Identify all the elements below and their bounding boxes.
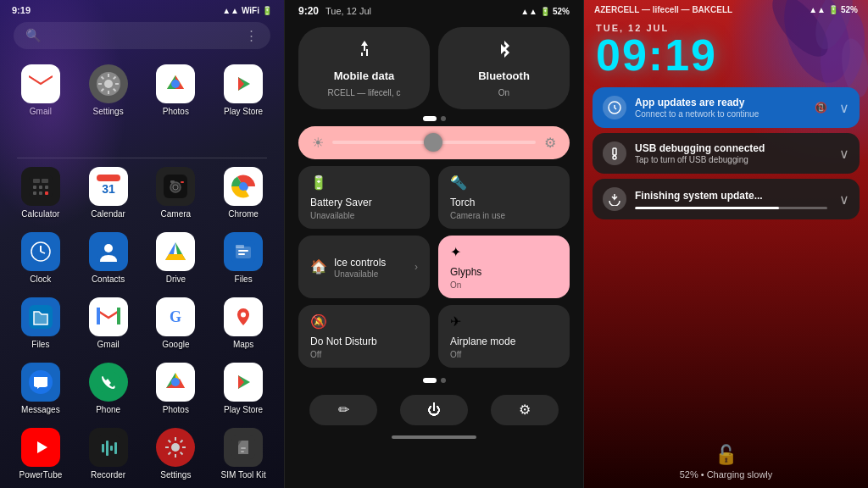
app-item-maps[interactable]: Maps bbox=[209, 292, 277, 354]
notif-system-expand[interactable]: ∨ bbox=[839, 191, 849, 208]
app-label-google: Google bbox=[162, 340, 189, 349]
device-controls-icon: 🏠 bbox=[310, 258, 327, 274]
app-label-phone: Phone bbox=[96, 405, 120, 414]
qs-edit-button[interactable]: ✏ bbox=[309, 395, 377, 425]
qs-tile-device-controls[interactable]: 🏠 Ice controls Unavailable › bbox=[298, 236, 430, 298]
app-item-contacts[interactable]: Contacts bbox=[75, 227, 142, 289]
gmail-icon bbox=[21, 64, 60, 103]
app-label-camera: Camera bbox=[161, 209, 192, 219]
app-item-gmail2[interactable]: Gmail bbox=[75, 292, 142, 354]
qs-tile-torch[interactable]: 🔦 Torch Camera in use bbox=[438, 166, 570, 229]
qs-power-button[interactable]: ⏻ bbox=[400, 395, 468, 425]
svg-rect-57 bbox=[106, 441, 108, 456]
dot-1 bbox=[423, 116, 437, 121]
mobile-data-icon bbox=[354, 39, 375, 64]
camera-icon bbox=[156, 167, 195, 206]
svg-point-4 bbox=[171, 80, 180, 88]
app-label-calendar: Calendar bbox=[91, 209, 125, 219]
app-label-files2: Files bbox=[31, 340, 49, 349]
playstore-icon bbox=[224, 64, 263, 103]
app-item-google[interactable]: G Google bbox=[142, 292, 210, 354]
notif-app-updates-expand[interactable]: ∨ bbox=[839, 100, 849, 116]
app-item-messages[interactable]: Messages bbox=[7, 358, 75, 419]
qs-tile-airplane[interactable]: ✈ Airplane mode Off bbox=[438, 305, 570, 368]
notif-system-update[interactable]: Finishing system update... ∨ bbox=[593, 179, 860, 219]
app-item-files[interactable]: Files bbox=[209, 227, 277, 289]
app-item-calendar[interactable]: 31 Calendar bbox=[75, 162, 142, 224]
svg-rect-8 bbox=[42, 179, 48, 183]
qs-tile-bluetooth[interactable]: Bluetooth On bbox=[438, 27, 570, 109]
notif-usb-body: USB debugging connected Tap to turn off … bbox=[635, 142, 827, 164]
qs-tile-dnd[interactable]: 🔕 Do Not Disturb Off bbox=[298, 305, 430, 368]
svg-rect-58 bbox=[110, 446, 113, 451]
qs-airplane-label: Airplane mode bbox=[450, 336, 558, 347]
qs-tile-row-2: 🏠 Ice controls Unavailable › ✦ Glyphs On bbox=[285, 236, 583, 305]
qs-brightness-row[interactable]: ☀ ⚙ bbox=[298, 126, 570, 159]
brightness-settings-icon: ⚙ bbox=[544, 135, 556, 151]
app-item-playstore2[interactable]: Play Store bbox=[209, 358, 277, 419]
app-item-settings2[interactable]: Settings bbox=[142, 423, 210, 485]
app-item-chrome[interactable]: Chrome bbox=[209, 162, 277, 224]
app-item-clock[interactable]: Clock bbox=[7, 227, 75, 289]
app-label-messages: Messages bbox=[21, 405, 60, 414]
app-item-photos[interactable]: Photos bbox=[142, 59, 210, 154]
svg-rect-36 bbox=[236, 245, 244, 248]
app-item-playstore[interactable]: Play Store bbox=[209, 59, 277, 154]
app-item-phone[interactable]: Phone bbox=[75, 358, 142, 419]
svg-point-26 bbox=[239, 182, 248, 191]
qs-bottom-buttons: ✏ ⏻ ⚙ bbox=[285, 390, 583, 430]
dot-2 bbox=[441, 116, 446, 121]
drawer-search-bar[interactable]: 🔍 ⋮ bbox=[14, 22, 270, 49]
qs-status-bar: 9:20 Tue, 12 Jul ▲▲ 🔋 52% bbox=[285, 0, 583, 20]
svg-rect-37 bbox=[238, 250, 248, 252]
app-item-drive[interactable]: Drive bbox=[142, 227, 210, 289]
qs-page-dots bbox=[285, 374, 583, 386]
qs-tile-mobile-data[interactable]: Mobile data RCELL — lifecell, c bbox=[298, 27, 430, 109]
notif-usb-sub: Tap to turn off USB debugging bbox=[635, 155, 827, 164]
notif-app-updates[interactable]: App updates are ready Connect to a netwo… bbox=[593, 87, 860, 128]
powertube-icon bbox=[21, 428, 60, 467]
notif-usb-title: USB debugging connected bbox=[635, 142, 827, 154]
system-update-fill bbox=[635, 207, 779, 209]
recorder-icon bbox=[89, 428, 128, 467]
files2-icon bbox=[21, 297, 60, 336]
app-item-gmail[interactable]: Gmail bbox=[7, 59, 75, 154]
drawer-menu-icon[interactable]: ⋮ bbox=[245, 28, 259, 43]
app-item-settings[interactable]: Settings bbox=[75, 59, 142, 154]
app-item-files2[interactable]: Files bbox=[7, 292, 75, 354]
app-item-recorder[interactable]: Recorder bbox=[75, 423, 142, 485]
qs-tile-glyphs[interactable]: ✦ Glyphs On bbox=[438, 236, 570, 298]
svg-rect-14 bbox=[45, 191, 48, 195]
notif-usb-debug[interactable]: USB debugging connected Tap to turn off … bbox=[593, 133, 860, 174]
app-item-calculator[interactable]: Calculator bbox=[7, 162, 75, 224]
qs-torch-sub: Camera in use bbox=[450, 211, 558, 220]
app-item-camera[interactable]: Camera bbox=[142, 162, 210, 224]
drawer-time: 9:19 bbox=[12, 5, 31, 15]
qs-settings-button[interactable]: ⚙ bbox=[491, 395, 559, 425]
brightness-thumb[interactable] bbox=[424, 133, 442, 152]
wifi-icon: WiFi bbox=[242, 6, 259, 15]
svg-rect-65 bbox=[241, 451, 244, 452]
qs-tile-battery-saver[interactable]: 🔋 Battery Saver Unavailable bbox=[298, 166, 430, 229]
glyphs-icon: ✦ bbox=[450, 244, 558, 260]
app-label-chrome: Chrome bbox=[228, 209, 259, 219]
qs-time: 9:20 bbox=[298, 5, 319, 17]
notif-usb-expand[interactable]: ∨ bbox=[839, 146, 849, 162]
messages-icon bbox=[21, 363, 60, 402]
qs-dnd-label: Do Not Disturb bbox=[310, 336, 418, 347]
drawer-status-bar: 9:19 ▲▲ WiFi 🔋 bbox=[0, 0, 284, 17]
app-item-powertube[interactable]: PowerTube bbox=[7, 423, 75, 485]
qs-mobile-data-sub: RCELL — lifecell, c bbox=[328, 88, 401, 97]
svg-rect-11 bbox=[45, 186, 48, 189]
clock-icon bbox=[21, 232, 60, 271]
brightness-track[interactable] bbox=[332, 141, 536, 144]
app-item-photos2[interactable]: Photos bbox=[142, 358, 210, 419]
qs-airplane-sub: Off bbox=[450, 350, 558, 359]
app-item-simtoolkit[interactable]: SIM Tool Kit bbox=[209, 423, 277, 485]
svg-rect-72 bbox=[613, 148, 616, 155]
drive-icon bbox=[156, 232, 195, 271]
torch-icon: 🔦 bbox=[450, 175, 558, 191]
notif-system-icon bbox=[603, 187, 626, 211]
svg-rect-35 bbox=[236, 247, 251, 258]
svg-point-46 bbox=[241, 313, 246, 318]
